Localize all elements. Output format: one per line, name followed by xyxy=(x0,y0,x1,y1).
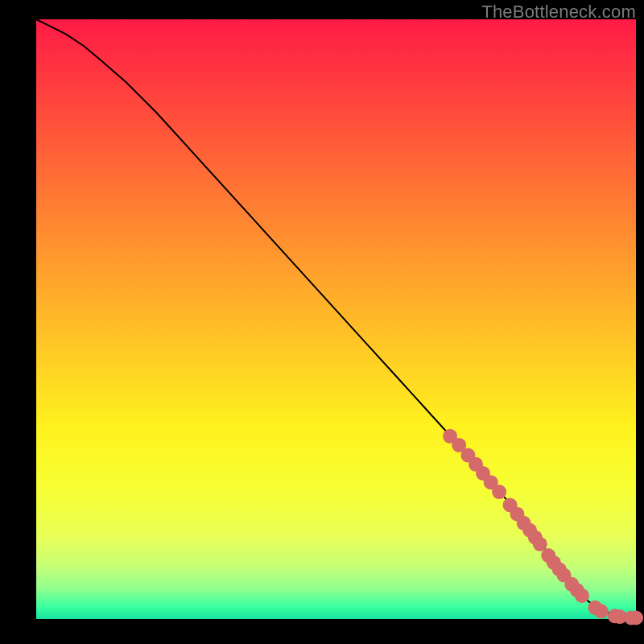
curve-line xyxy=(36,19,636,618)
data-point xyxy=(629,611,643,625)
chart-frame: TheBottleneck.com xyxy=(0,0,644,644)
data-point xyxy=(575,588,589,603)
data-point xyxy=(594,604,609,618)
data-point xyxy=(492,485,506,499)
plot-area xyxy=(36,19,636,619)
chart-svg xyxy=(36,19,636,619)
